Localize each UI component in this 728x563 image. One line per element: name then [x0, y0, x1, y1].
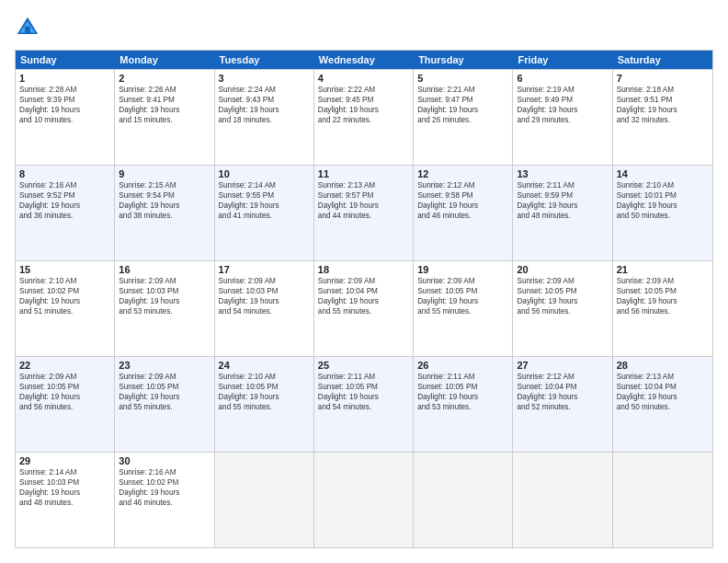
day-number: 30 — [119, 455, 210, 466]
day-number: 20 — [517, 264, 608, 275]
calendar-header: SundayMondayTuesdayWednesdayThursdayFrid… — [16, 51, 712, 69]
cell-info: Sunrise: 2:12 AMSunset: 10:04 PMDaylight… — [517, 372, 608, 412]
cell-info: Sunrise: 2:10 AMSunset: 10:02 PMDaylight… — [19, 276, 110, 316]
day-cell-30: 30Sunrise: 2:16 AMSunset: 10:02 PMDaylig… — [115, 453, 214, 547]
cell-info: Sunrise: 2:09 AMSunset: 10:05 PMDaylight… — [119, 372, 210, 412]
day-cell-27: 27Sunrise: 2:12 AMSunset: 10:04 PMDaylig… — [513, 357, 612, 452]
empty-cell — [613, 453, 712, 547]
day-cell-21: 21Sunrise: 2:09 AMSunset: 10:05 PMDaylig… — [613, 261, 712, 356]
calendar-row-1: 1Sunrise: 2:28 AMSunset: 9:39 PMDaylight… — [16, 69, 712, 165]
cell-info: Sunrise: 2:09 AMSunset: 10:05 PMDaylight… — [617, 276, 709, 316]
cell-info: Sunrise: 2:19 AMSunset: 9:49 PMDaylight:… — [517, 85, 608, 125]
cell-info: Sunrise: 2:11 AMSunset: 9:59 PMDaylight:… — [517, 180, 608, 221]
cell-info: Sunrise: 2:21 AMSunset: 9:47 PMDaylight:… — [417, 85, 508, 125]
cell-info: Sunrise: 2:26 AMSunset: 9:41 PMDaylight:… — [119, 85, 210, 125]
cell-info: Sunrise: 2:28 AMSunset: 9:39 PMDaylight:… — [19, 85, 110, 125]
day-cell-1: 1Sunrise: 2:28 AMSunset: 9:39 PMDaylight… — [16, 70, 115, 165]
page: SundayMondayTuesdayWednesdayThursdayFrid… — [0, 0, 728, 563]
day-cell-12: 12Sunrise: 2:12 AMSunset: 9:58 PMDayligh… — [414, 166, 513, 260]
day-number: 8 — [19, 168, 110, 179]
day-number: 21 — [617, 264, 709, 275]
logo — [15, 15, 44, 40]
day-number: 19 — [417, 264, 508, 275]
day-cell-29: 29Sunrise: 2:14 AMSunset: 10:03 PMDaylig… — [16, 453, 115, 547]
calendar-row-4: 22Sunrise: 2:09 AMSunset: 10:05 PMDaylig… — [16, 356, 712, 452]
day-number: 7 — [617, 73, 709, 84]
empty-cell — [513, 453, 612, 547]
day-cell-2: 2Sunrise: 2:26 AMSunset: 9:41 PMDaylight… — [115, 70, 214, 165]
day-cell-8: 8Sunrise: 2:16 AMSunset: 9:52 PMDaylight… — [16, 166, 115, 260]
day-cell-22: 22Sunrise: 2:09 AMSunset: 10:05 PMDaylig… — [16, 357, 115, 452]
day-cell-4: 4Sunrise: 2:22 AMSunset: 9:45 PMDaylight… — [314, 70, 414, 165]
day-cell-11: 11Sunrise: 2:13 AMSunset: 9:57 PMDayligh… — [314, 166, 414, 260]
logo-icon — [15, 15, 40, 40]
cell-info: Sunrise: 2:10 AMSunset: 10:05 PMDaylight… — [219, 372, 310, 412]
empty-cell — [414, 453, 513, 547]
day-number: 11 — [318, 168, 409, 179]
day-cell-6: 6Sunrise: 2:19 AMSunset: 9:49 PMDaylight… — [513, 70, 612, 165]
header-day-tuesday: Tuesday — [215, 51, 314, 69]
cell-info: Sunrise: 2:11 AMSunset: 10:05 PMDaylight… — [318, 372, 409, 412]
cell-info: Sunrise: 2:09 AMSunset: 10:05 PMDaylight… — [517, 276, 608, 316]
cell-info: Sunrise: 2:18 AMSunset: 9:51 PMDaylight:… — [617, 85, 709, 125]
header-day-thursday: Thursday — [414, 51, 513, 69]
cell-info: Sunrise: 2:13 AMSunset: 9:57 PMDaylight:… — [318, 180, 409, 221]
calendar-row-2: 8Sunrise: 2:16 AMSunset: 9:52 PMDaylight… — [16, 165, 712, 260]
day-cell-28: 28Sunrise: 2:13 AMSunset: 10:04 PMDaylig… — [613, 357, 712, 452]
cell-info: Sunrise: 2:10 AMSunset: 10:01 PMDaylight… — [617, 180, 709, 221]
day-number: 27 — [517, 360, 608, 371]
day-number: 24 — [219, 360, 310, 371]
day-cell-15: 15Sunrise: 2:10 AMSunset: 10:02 PMDaylig… — [16, 261, 115, 356]
day-number: 1 — [19, 73, 110, 84]
cell-info: Sunrise: 2:16 AMSunset: 10:02 PMDaylight… — [119, 467, 210, 508]
day-cell-3: 3Sunrise: 2:24 AMSunset: 9:43 PMDaylight… — [215, 70, 314, 165]
day-number: 5 — [417, 73, 508, 84]
day-cell-23: 23Sunrise: 2:09 AMSunset: 10:05 PMDaylig… — [115, 357, 214, 452]
calendar-body: 1Sunrise: 2:28 AMSunset: 9:39 PMDaylight… — [16, 69, 712, 547]
header-day-wednesday: Wednesday — [314, 51, 414, 69]
calendar-row-5: 29Sunrise: 2:14 AMSunset: 10:03 PMDaylig… — [16, 452, 712, 547]
day-number: 6 — [517, 73, 608, 84]
day-number: 12 — [417, 168, 508, 179]
calendar-row-3: 15Sunrise: 2:10 AMSunset: 10:02 PMDaylig… — [16, 260, 712, 356]
cell-info: Sunrise: 2:09 AMSunset: 10:03 PMDaylight… — [119, 276, 210, 316]
day-cell-5: 5Sunrise: 2:21 AMSunset: 9:47 PMDaylight… — [414, 70, 513, 165]
cell-info: Sunrise: 2:22 AMSunset: 9:45 PMDaylight:… — [318, 85, 409, 125]
day-cell-26: 26Sunrise: 2:11 AMSunset: 10:05 PMDaylig… — [414, 357, 513, 452]
day-cell-14: 14Sunrise: 2:10 AMSunset: 10:01 PMDaylig… — [613, 166, 712, 260]
cell-info: Sunrise: 2:09 AMSunset: 10:05 PMDaylight… — [417, 276, 508, 316]
day-number: 29 — [19, 455, 110, 466]
day-number: 26 — [417, 360, 508, 371]
cell-info: Sunrise: 2:09 AMSunset: 10:04 PMDaylight… — [318, 276, 409, 316]
header-day-saturday: Saturday — [613, 51, 712, 69]
day-cell-10: 10Sunrise: 2:14 AMSunset: 9:55 PMDayligh… — [215, 166, 314, 260]
cell-info: Sunrise: 2:14 AMSunset: 9:55 PMDaylight:… — [219, 180, 310, 221]
cell-info: Sunrise: 2:09 AMSunset: 10:05 PMDaylight… — [19, 372, 110, 412]
day-number: 3 — [219, 73, 310, 84]
day-cell-20: 20Sunrise: 2:09 AMSunset: 10:05 PMDaylig… — [513, 261, 612, 356]
day-number: 10 — [219, 168, 310, 179]
day-number: 28 — [617, 360, 709, 371]
cell-info: Sunrise: 2:11 AMSunset: 10:05 PMDaylight… — [417, 372, 508, 412]
day-cell-19: 19Sunrise: 2:09 AMSunset: 10:05 PMDaylig… — [414, 261, 513, 356]
empty-cell — [314, 453, 414, 547]
cell-info: Sunrise: 2:12 AMSunset: 9:58 PMDaylight:… — [417, 180, 508, 221]
day-number: 23 — [119, 360, 210, 371]
day-number: 2 — [119, 73, 210, 84]
calendar: SundayMondayTuesdayWednesdayThursdayFrid… — [15, 50, 713, 548]
day-number: 22 — [19, 360, 110, 371]
header-day-friday: Friday — [513, 51, 612, 69]
day-cell-17: 17Sunrise: 2:09 AMSunset: 10:03 PMDaylig… — [215, 261, 314, 356]
cell-info: Sunrise: 2:13 AMSunset: 10:04 PMDaylight… — [617, 372, 709, 412]
day-number: 14 — [617, 168, 709, 179]
cell-info: Sunrise: 2:24 AMSunset: 9:43 PMDaylight:… — [219, 85, 310, 125]
cell-info: Sunrise: 2:14 AMSunset: 10:03 PMDaylight… — [19, 467, 110, 508]
day-number: 4 — [318, 73, 409, 84]
day-cell-25: 25Sunrise: 2:11 AMSunset: 10:05 PMDaylig… — [314, 357, 414, 452]
day-cell-16: 16Sunrise: 2:09 AMSunset: 10:03 PMDaylig… — [115, 261, 214, 356]
day-number: 16 — [119, 264, 210, 275]
day-number: 17 — [219, 264, 310, 275]
empty-cell — [215, 453, 314, 547]
day-cell-9: 9Sunrise: 2:15 AMSunset: 9:54 PMDaylight… — [115, 166, 214, 260]
day-cell-13: 13Sunrise: 2:11 AMSunset: 9:59 PMDayligh… — [513, 166, 612, 260]
